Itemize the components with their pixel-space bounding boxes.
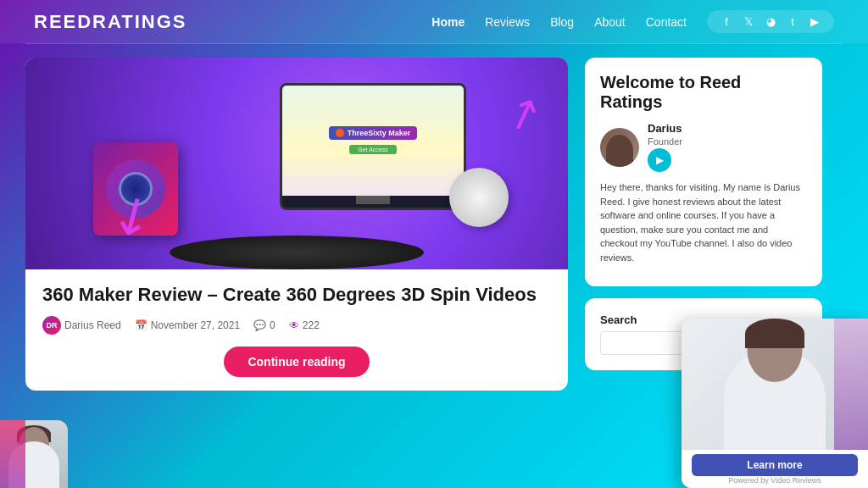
nav-contact[interactable]: Contact — [646, 15, 687, 29]
tumblr-icon[interactable]: t — [785, 15, 800, 28]
comment-icon: 💬 — [253, 319, 266, 331]
video-popup-bottom: Learn more Powered by Video Reviews — [682, 450, 868, 488]
facebook-icon[interactable]: f — [719, 15, 734, 28]
main-nav: Home Reviews Blog About Contact f 𝕏 ◕ t … — [431, 10, 834, 33]
powered-by-label: Powered by Video Reviews — [728, 476, 821, 485]
social-icons-bar: f 𝕏 ◕ t ▶ — [707, 10, 834, 33]
nav-reviews[interactable]: Reviews — [485, 15, 530, 29]
video-popup: Learn more Powered by Video Reviews — [682, 319, 868, 488]
nav-blog[interactable]: Blog — [550, 15, 574, 29]
calendar-icon: 📅 — [135, 319, 147, 331]
product-box — [93, 142, 178, 236]
author-name: Darius Reed — [64, 319, 121, 331]
founder-row: Darius Founder ▶ — [600, 122, 807, 172]
bottom-avatar — [0, 420, 68, 488]
founder-youtube-button[interactable]: ▶ — [648, 148, 671, 172]
monitor-display: ThreeSixty Maker Get Access — [280, 83, 466, 210]
meta-date: 📅 November 27, 2021 — [135, 319, 240, 331]
meta-author: DR Darius Reed — [42, 316, 121, 335]
article-date: November 27, 2021 — [151, 319, 240, 331]
nav-about[interactable]: About — [594, 15, 626, 29]
monitor-cta-button: Get Access — [349, 145, 396, 154]
youtube-icon[interactable]: ▶ — [807, 15, 822, 28]
avatar-face — [0, 420, 68, 488]
avatar-silhouette — [606, 135, 633, 167]
welcome-card: Welcome to Reed Ratings Darius Founder ▶… — [585, 58, 822, 286]
article-meta: DR Darius Reed 📅 November 27, 2021 💬 0 👁… — [42, 316, 551, 335]
logo-circle — [336, 129, 344, 137]
founder-name: Darius — [648, 122, 682, 135]
founder-role: Founder — [648, 136, 682, 147]
camera-360 — [449, 168, 509, 227]
article-card: ThreeSixty Maker Get Access ↙ ↙ 360 Make… — [25, 58, 568, 391]
pinterest-icon[interactable]: ◕ — [763, 15, 778, 28]
face-hair — [745, 319, 804, 348]
founder-info: Darius Founder ▶ — [648, 122, 682, 172]
site-header: ReedRatings Home Reviews Blog About Cont… — [0, 0, 868, 43]
comment-count: 0 — [270, 319, 275, 331]
twitter-icon[interactable]: 𝕏 — [741, 15, 756, 28]
avatar-stripe — [0, 420, 25, 488]
sidebar-stripe — [834, 319, 868, 450]
view-count: 222 — [303, 319, 320, 331]
author-avatar: DR — [42, 316, 61, 335]
article-image: ThreeSixty Maker Get Access ↙ ↙ — [25, 58, 568, 269]
monitor-stand — [356, 196, 390, 204]
article-body: 360 Maker Review – Create 360 Degrees 3D… — [25, 269, 568, 391]
product-platform — [170, 236, 424, 269]
monitor-screen: ThreeSixty Maker Get Access — [282, 86, 464, 196]
nav-home[interactable]: Home — [431, 15, 465, 29]
meta-views: 👁 222 — [289, 319, 320, 331]
threesixty-logo: ThreeSixty Maker — [329, 126, 418, 140]
product-box-inner — [106, 159, 165, 219]
video-face — [682, 319, 868, 450]
product-lens — [119, 172, 153, 206]
learn-more-button[interactable]: Learn more — [692, 454, 858, 476]
views-icon: 👁 — [289, 319, 299, 331]
sidebar-bio: Hey there, thanks for visiting. My name … — [600, 180, 807, 264]
article-title: 360 Maker Review – Create 360 Degrees 3D… — [42, 283, 551, 308]
founder-avatar — [600, 128, 639, 167]
continue-reading-button[interactable]: Continue reading — [224, 347, 369, 377]
meta-comments: 💬 0 — [253, 319, 275, 331]
welcome-title: Welcome to Reed Ratings — [600, 73, 807, 112]
site-logo: ReedRatings — [34, 11, 187, 33]
